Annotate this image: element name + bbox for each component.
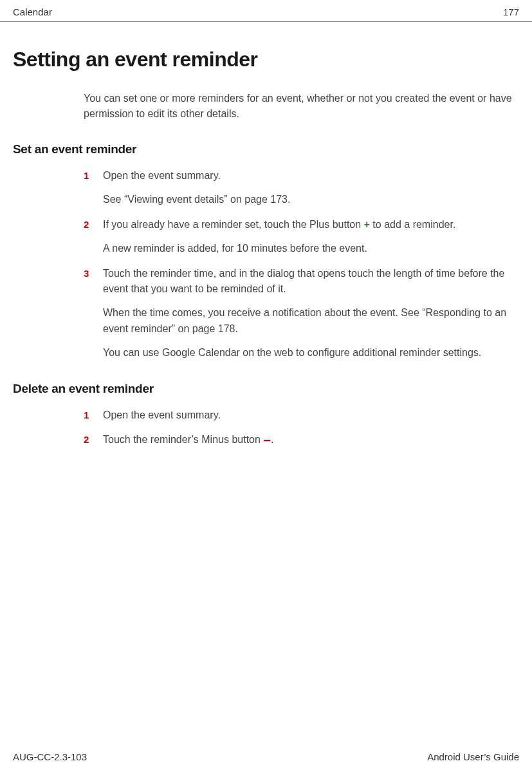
step-text: Open the event summary. <box>103 408 513 424</box>
step-text: See “Viewing event details” on page 173. <box>103 192 513 208</box>
step-text: Touch the reminder time, and in the dial… <box>103 266 513 298</box>
step-body: Open the event summary. See “Viewing eve… <box>103 168 513 208</box>
step-number: 1 <box>84 408 103 423</box>
steps-set-reminder: 1 Open the event summary. See “Viewing e… <box>84 168 513 361</box>
footer-guide-name: Android User’s Guide <box>427 751 519 762</box>
step-number: 1 <box>84 168 103 183</box>
header-page-number: 177 <box>503 6 519 17</box>
plus-icon: + <box>364 217 370 233</box>
step-text: Open the event summary. <box>103 168 513 184</box>
section-heading-delete: Delete an event reminder <box>13 382 519 396</box>
page-footer: AUG-CC-2.3-103 Android User’s Guide <box>0 751 532 762</box>
step-text: You can use Google Calendar on the web t… <box>103 345 513 361</box>
step-item: 1 Open the event summary. See “Viewing e… <box>84 168 513 208</box>
intro-paragraph: You can set one or more reminders for an… <box>84 91 513 122</box>
step-body: Touch the reminder’s Minus button −. <box>103 432 513 448</box>
step-text: If you already have a reminder set, touc… <box>103 217 513 233</box>
step-body: If you already have a reminder set, touc… <box>103 217 513 257</box>
step-number: 3 <box>84 266 103 281</box>
step-text: When the time comes, you receive a notif… <box>103 305 513 337</box>
step-item: 3 Touch the reminder time, and in the di… <box>84 266 513 361</box>
header-section: Calendar <box>13 6 52 17</box>
step-body: Open the event summary. <box>103 408 513 424</box>
step-text: Touch the reminder’s Minus button −. <box>103 432 513 448</box>
step-body: Touch the reminder time, and in the dial… <box>103 266 513 361</box>
steps-delete-reminder: 1 Open the event summary. 2 Touch the re… <box>84 408 513 449</box>
page-header: Calendar 177 <box>0 0 532 22</box>
step-item: 2 Touch the reminder’s Minus button −. <box>84 432 513 448</box>
page-title: Setting an event reminder <box>13 48 519 71</box>
section-heading-set: Set an event reminder <box>13 142 519 156</box>
step-text: A new reminder is added, for 10 minutes … <box>103 241 513 257</box>
step-item: 2 If you already have a reminder set, to… <box>84 217 513 257</box>
step-number: 2 <box>84 217 103 232</box>
step-number: 2 <box>84 432 103 447</box>
page-content: Setting an event reminder You can set on… <box>0 48 532 448</box>
minus-icon: − <box>263 435 271 446</box>
footer-doc-id: AUG-CC-2.3-103 <box>13 751 87 762</box>
step-item: 1 Open the event summary. <box>84 408 513 424</box>
